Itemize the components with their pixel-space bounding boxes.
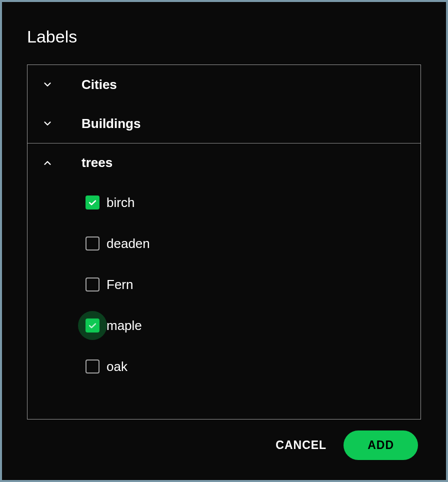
item-label: maple	[106, 318, 142, 334]
list-item[interactable]: deaden	[28, 223, 420, 264]
list-item[interactable]: Fern	[28, 264, 420, 305]
checkbox-unchecked-icon[interactable]	[86, 360, 100, 374]
cancel-button[interactable]: CANCEL	[272, 434, 330, 457]
checkbox-unchecked-icon[interactable]	[86, 236, 100, 250]
dialog-title: Labels	[27, 27, 421, 46]
checkbox-checked-icon[interactable]	[86, 196, 100, 210]
chevron-down-icon	[40, 78, 54, 92]
checkbox-checked-icon[interactable]	[86, 318, 100, 332]
list-item[interactable]: maple	[28, 305, 420, 346]
category-cities[interactable]: Cities	[28, 65, 420, 104]
list-item[interactable]: oak	[28, 346, 420, 387]
dialog-actions: CANCEL ADD	[27, 430, 421, 460]
add-button[interactable]: ADD	[344, 430, 418, 460]
chevron-up-icon	[40, 156, 54, 170]
item-label: oak	[106, 359, 128, 374]
category-label: Buildings	[82, 116, 140, 132]
category-trees[interactable]: trees	[28, 143, 420, 182]
labels-dialog: Labels Cities Buildings trees	[2, 2, 446, 480]
item-label: birch	[106, 195, 134, 210]
item-label: deaden	[106, 236, 150, 252]
list-item[interactable]: birch	[28, 182, 420, 223]
item-label: Fern	[106, 277, 133, 292]
chevron-down-icon	[40, 116, 54, 130]
category-label: trees	[82, 155, 112, 170]
category-label: Cities	[82, 77, 117, 92]
category-buildings[interactable]: Buildings	[28, 104, 420, 143]
checkbox-unchecked-icon[interactable]	[86, 278, 100, 292]
category-trees-items: birch deaden Fern maple	[28, 182, 420, 397]
labels-panel: Cities Buildings trees birch	[27, 64, 421, 420]
